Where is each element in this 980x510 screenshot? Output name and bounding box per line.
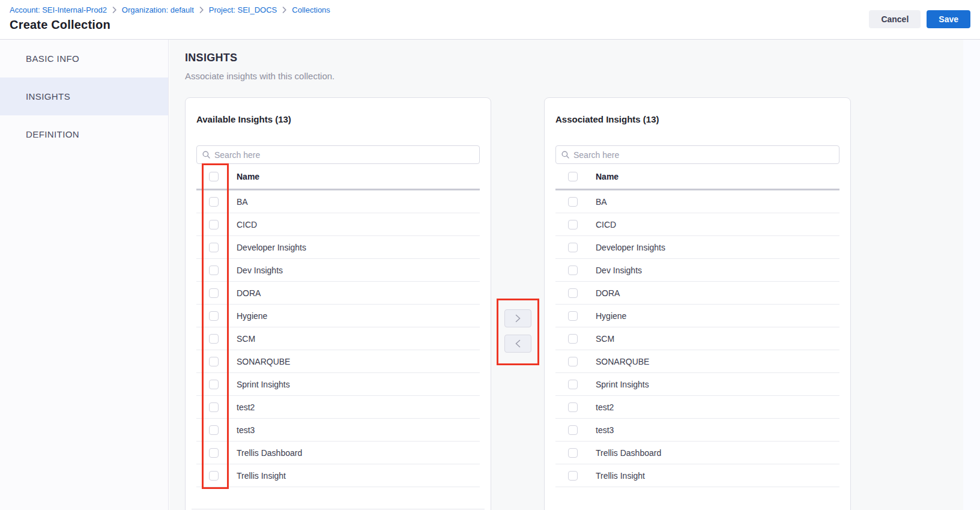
available-search xyxy=(196,145,480,164)
row-checkbox[interactable] xyxy=(568,288,578,298)
row-checkbox[interactable] xyxy=(209,266,219,275)
breadcrumb-collections[interactable]: Collections xyxy=(292,5,330,14)
search-icon xyxy=(561,151,569,159)
insight-name: CICD xyxy=(237,220,257,229)
page-title: Create Collection xyxy=(10,18,330,32)
save-button[interactable]: Save xyxy=(927,10,970,28)
table-row: SONARQUBE xyxy=(196,350,480,373)
header-left: Account: SEI-Internal-Prod2 Organization… xyxy=(10,5,330,32)
associated-search xyxy=(555,145,839,164)
select-all-checkbox[interactable] xyxy=(209,172,219,181)
breadcrumb-account[interactable]: Account: SEI-Internal-Prod2 xyxy=(10,5,107,14)
chevron-left-icon xyxy=(515,339,521,348)
sidebar: BASIC INFO INSIGHTS DEFINITION xyxy=(0,40,169,510)
row-checkbox[interactable] xyxy=(568,220,578,229)
row-checkbox[interactable] xyxy=(568,357,578,366)
move-right-button[interactable] xyxy=(504,309,531,327)
associated-insights-title: Associated Insights (13) xyxy=(555,114,839,126)
move-left-button[interactable] xyxy=(504,335,531,353)
insight-name: Hygiene xyxy=(237,311,267,321)
chevron-right-icon xyxy=(199,7,204,13)
insight-name: test2 xyxy=(237,402,255,412)
row-checkbox[interactable] xyxy=(209,471,219,481)
row-checkbox[interactable] xyxy=(568,471,578,481)
page-header: Account: SEI-Internal-Prod2 Organization… xyxy=(0,0,980,40)
insight-name: DORA xyxy=(596,288,620,298)
insight-name: test2 xyxy=(596,402,614,412)
sidebar-item-definition[interactable]: DEFINITION xyxy=(0,115,168,153)
row-checkbox[interactable] xyxy=(568,311,578,321)
panel-footer-divider xyxy=(192,509,485,509)
search-input[interactable] xyxy=(214,150,474,160)
table-row: CICD xyxy=(196,213,480,236)
insight-name: BA xyxy=(596,197,607,207)
row-checkbox[interactable] xyxy=(209,243,219,252)
insight-name: CICD xyxy=(596,220,616,229)
available-insights-list: BA CICD Developer Insights Dev Insights … xyxy=(186,190,491,487)
associated-insights-panel: Associated Insights (13) Name BA CICD De… xyxy=(544,97,851,510)
sidebar-item-basic-info[interactable]: BASIC INFO xyxy=(0,40,168,77)
chevron-right-icon xyxy=(282,7,286,13)
row-checkbox[interactable] xyxy=(209,380,219,389)
insight-name: test3 xyxy=(596,425,614,435)
row-checkbox[interactable] xyxy=(209,357,219,366)
row-checkbox[interactable] xyxy=(209,448,219,458)
insight-name: BA xyxy=(237,197,248,207)
table-row: Trellis Dashboard xyxy=(555,442,839,464)
row-checkbox[interactable] xyxy=(568,334,578,344)
row-checkbox[interactable] xyxy=(209,288,219,298)
row-checkbox[interactable] xyxy=(568,266,578,275)
table-row: test3 xyxy=(196,419,480,442)
insight-name: SONARQUBE xyxy=(237,357,290,366)
table-row: Sprint Insights xyxy=(196,373,480,396)
insight-name: Trellis Dashboard xyxy=(237,448,302,458)
insight-name: Sprint Insights xyxy=(237,380,290,389)
available-insights-panel: Available Insights (13) Name BA CICD Dev… xyxy=(185,97,491,510)
cancel-button[interactable]: Cancel xyxy=(869,10,921,28)
row-checkbox[interactable] xyxy=(568,197,578,207)
row-checkbox[interactable] xyxy=(568,243,578,252)
sidebar-item-insights[interactable]: INSIGHTS xyxy=(0,77,168,115)
insight-name: Trellis Insight xyxy=(237,471,286,481)
insight-name: Hygiene xyxy=(596,311,626,321)
breadcrumb-project[interactable]: Project: SEI_DOCS xyxy=(209,5,277,14)
table-row: BA xyxy=(555,190,839,213)
row-checkbox[interactable] xyxy=(209,402,219,412)
annotation-transfer-buttons xyxy=(497,299,539,365)
chevron-right-icon xyxy=(515,314,521,323)
section-subtitle: Associate insights with this collection. xyxy=(185,71,334,81)
row-checkbox[interactable] xyxy=(209,311,219,321)
available-insights-title: Available Insights (13) xyxy=(196,114,480,126)
table-row: test3 xyxy=(555,419,839,442)
insight-name: Dev Insights xyxy=(596,266,642,275)
table-row: Dev Insights xyxy=(555,259,839,282)
search-icon xyxy=(202,151,210,159)
table-row: CICD xyxy=(555,213,839,236)
row-checkbox[interactable] xyxy=(568,380,578,389)
available-table-header: Name xyxy=(196,164,480,190)
row-checkbox[interactable] xyxy=(568,402,578,412)
table-row: Developer Insights xyxy=(196,236,480,259)
main-content: INSIGHTS Associate insights with this co… xyxy=(169,40,980,510)
table-row: Trellis Insight xyxy=(196,464,480,487)
section-title: INSIGHTS xyxy=(185,52,237,64)
row-checkbox[interactable] xyxy=(209,220,219,229)
transfer-controls xyxy=(491,97,544,510)
row-checkbox[interactable] xyxy=(568,425,578,435)
breadcrumb-organization[interactable]: Organization: default xyxy=(122,5,194,14)
table-row: Developer Insights xyxy=(555,236,839,259)
insight-name: Sprint Insights xyxy=(596,380,649,389)
search-input[interactable] xyxy=(573,150,833,160)
select-all-checkbox[interactable] xyxy=(568,172,578,181)
insight-name: Developer Insights xyxy=(596,243,665,252)
insight-name: SCM xyxy=(237,334,255,344)
row-checkbox[interactable] xyxy=(209,197,219,207)
table-row: DORA xyxy=(555,282,839,305)
chevron-right-icon xyxy=(112,7,116,13)
insight-name: Trellis Insight xyxy=(596,471,645,481)
row-checkbox[interactable] xyxy=(209,425,219,435)
insight-name: DORA xyxy=(237,288,261,298)
table-row: Hygiene xyxy=(555,305,839,327)
row-checkbox[interactable] xyxy=(568,448,578,458)
row-checkbox[interactable] xyxy=(209,334,219,344)
